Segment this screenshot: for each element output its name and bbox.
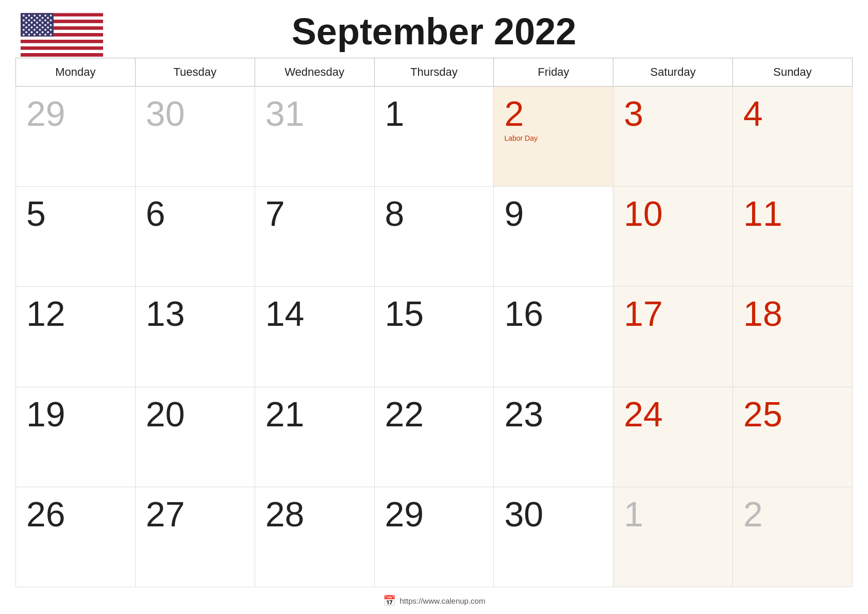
svg-point-15 <box>28 14 30 16</box>
weekday-header: Wednesday <box>255 58 374 87</box>
day-number: 3 <box>624 96 722 131</box>
svg-point-20 <box>25 17 27 19</box>
calendar-cell: 10 <box>613 187 733 287</box>
day-number: 25 <box>743 396 842 432</box>
svg-point-38 <box>34 24 36 26</box>
day-number: 1 <box>385 96 483 131</box>
us-flag <box>21 10 103 62</box>
day-number: 2 <box>504 96 603 131</box>
day-number: 30 <box>146 96 244 131</box>
svg-point-42 <box>25 26 27 28</box>
svg-point-21 <box>31 17 33 19</box>
calendar-cell: 29 <box>374 487 494 587</box>
svg-point-45 <box>42 26 44 28</box>
calendar-week-row: 29303112Labor Day34 <box>16 87 853 187</box>
calendar-cell: 2Labor Day <box>494 87 613 187</box>
calendar-cell: 20 <box>135 387 255 487</box>
calendar-cell: 18 <box>733 287 853 387</box>
day-number: 1 <box>624 496 722 532</box>
calendar-cell: 8 <box>374 187 494 287</box>
day-number: 29 <box>26 96 125 131</box>
calendar-cell: 31 <box>255 87 374 187</box>
svg-rect-12 <box>21 53 103 56</box>
calendar-cell: 22 <box>374 387 494 487</box>
calendar-cell: 9 <box>494 187 613 287</box>
svg-point-35 <box>47 22 49 24</box>
svg-point-41 <box>50 24 52 26</box>
day-number: 15 <box>385 296 483 331</box>
calendar-cell: 13 <box>135 287 255 387</box>
calendar-cell: 29 <box>16 87 136 187</box>
svg-point-62 <box>44 34 46 36</box>
day-number: 30 <box>504 496 603 532</box>
footer-url: https://www.calenup.com <box>400 596 486 605</box>
svg-point-37 <box>28 24 30 26</box>
svg-point-18 <box>44 14 46 16</box>
day-number: 21 <box>265 396 364 432</box>
day-number: 4 <box>743 96 842 131</box>
calendar-week-row: 567891011 <box>16 187 853 287</box>
day-number: 29 <box>385 496 483 532</box>
svg-point-54 <box>31 31 33 34</box>
svg-point-59 <box>28 34 30 36</box>
calendar-header: September 2022 <box>15 10 853 53</box>
svg-point-36 <box>23 24 25 26</box>
footer: 📅 https://www.calenup.com <box>383 591 486 609</box>
calendar-cell: 28 <box>255 487 374 587</box>
svg-point-31 <box>25 22 27 24</box>
svg-point-14 <box>23 14 25 16</box>
svg-point-53 <box>25 31 27 34</box>
svg-point-24 <box>47 17 49 19</box>
calendar-cell: 17 <box>613 287 733 387</box>
calendar-cell: 1 <box>374 87 494 187</box>
day-number: 10 <box>624 196 722 231</box>
day-number: 13 <box>146 296 244 331</box>
svg-point-19 <box>50 14 52 16</box>
day-number: 8 <box>385 196 483 231</box>
svg-point-40 <box>44 24 46 26</box>
calendar-cell: 25 <box>733 387 853 487</box>
calendar-cell: 12 <box>16 287 136 387</box>
calendar-cell: 2 <box>733 487 853 587</box>
svg-point-23 <box>42 17 44 19</box>
calendar-cell: 15 <box>374 287 494 387</box>
svg-point-32 <box>31 22 33 24</box>
calendar-cell: 30 <box>494 487 613 587</box>
calendar-cell: 16 <box>494 287 613 387</box>
calendar-cell: 23 <box>494 387 613 487</box>
svg-point-61 <box>39 34 41 36</box>
svg-point-47 <box>23 29 25 31</box>
calendar-cell: 4 <box>733 87 853 187</box>
svg-point-56 <box>42 31 44 34</box>
weekday-header: Thursday <box>374 58 494 87</box>
day-number: 23 <box>504 396 603 432</box>
day-number: 28 <box>265 496 364 532</box>
svg-point-33 <box>36 22 38 24</box>
svg-point-49 <box>34 29 36 31</box>
svg-point-39 <box>39 24 41 26</box>
svg-point-52 <box>50 29 52 31</box>
day-number: 24 <box>624 396 722 432</box>
day-number: 6 <box>146 196 244 231</box>
day-number: 19 <box>26 396 125 432</box>
svg-rect-10 <box>21 46 103 49</box>
svg-point-26 <box>28 19 30 21</box>
day-number: 17 <box>624 296 722 331</box>
weekday-header: Saturday <box>613 58 733 87</box>
svg-point-30 <box>50 19 52 21</box>
day-number: 2 <box>743 496 842 532</box>
svg-rect-8 <box>21 40 103 43</box>
calendar-week-row: 12131415161718 <box>16 287 853 387</box>
day-number: 22 <box>385 396 483 432</box>
calendar-cell: 24 <box>613 387 733 487</box>
svg-point-60 <box>34 34 36 36</box>
day-number: 26 <box>26 496 125 532</box>
holiday-label: Labor Day <box>504 134 603 142</box>
day-number: 9 <box>504 196 603 231</box>
day-number: 20 <box>146 396 244 432</box>
svg-point-29 <box>44 19 46 21</box>
calendar-cell: 5 <box>16 187 136 287</box>
calendar-table: MondayTuesdayWednesdayThursdayFridaySatu… <box>15 58 853 587</box>
svg-point-27 <box>34 19 36 21</box>
svg-rect-9 <box>21 43 103 46</box>
